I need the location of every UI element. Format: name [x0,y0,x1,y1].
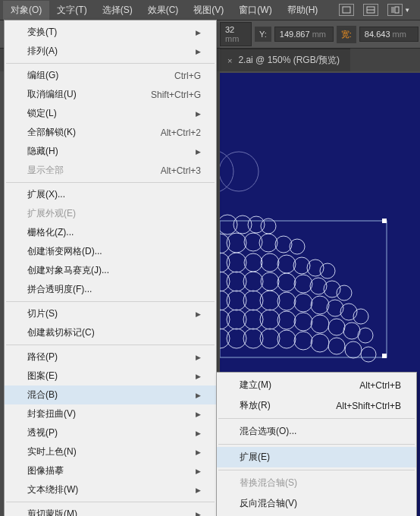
menubar-tools: ▼ [339,4,410,16]
tool-dropdown-icon[interactable]: ▼ [387,4,410,16]
menu-expand[interactable]: 扩展(X)... [5,185,216,204]
svg-point-11 [234,216,252,234]
submenu-make[interactable]: 建立(M)Alt+Ctrl+B [217,375,416,395]
svg-point-24 [277,255,296,273]
submenu-arrow-icon: ▶ [196,486,201,494]
svg-point-61 [277,330,296,348]
menu-select[interactable]: 选择(S) [95,1,140,20]
menu-image-trace[interactable]: 图像描摹▶ [5,461,216,480]
menu-unlock-all[interactable]: 全部解锁(K)Alt+Ctrl+2 [5,123,216,142]
menu-perspective[interactable]: 透视(P)▶ [5,423,216,442]
svg-point-20 [220,253,230,272]
menu-ungroup[interactable]: 取消编组(U)Shift+Ctrl+G [5,85,216,104]
svg-point-63 [311,334,329,352]
svg-point-41 [277,292,296,310]
svg-rect-9 [382,354,387,358]
submenu-arrow-icon: ▶ [196,373,201,380]
submenu-arrow-icon: ▶ [196,448,201,456]
submenu-arrow-icon: ▶ [196,29,201,36]
menu-live-paint[interactable]: 实时上色(N)▶ [5,442,216,461]
menu-text-wrap[interactable]: 文本绕排(W)▶ [5,480,216,499]
menu-crop-marks[interactable]: 创建裁切标记(C) [5,323,216,342]
submenu-blend-options[interactable]: 混合选项(O)... [217,421,416,442]
menu-pattern[interactable]: 图案(E)▶ [5,367,216,385]
menu-separator [6,301,215,302]
submenu-arrow-icon: ▶ [196,354,201,361]
y-label: Y: [255,27,271,42]
svg-point-64 [328,338,345,354]
svg-point-32 [277,273,296,291]
menu-blend[interactable]: 混合(B)▶ [5,385,216,404]
menu-effect[interactable]: 效果(C) [140,1,186,20]
menu-separator [6,63,215,64]
tab-title: 2.ai @ 150% (RGB/预览) [238,54,340,67]
svg-rect-8 [382,219,387,223]
menu-clipping-mask[interactable]: 剪切蒙版(M)▶ [5,505,216,516]
svg-point-56 [358,328,373,343]
svg-point-66 [361,347,376,362]
svg-point-6 [220,152,259,191]
svg-point-27 [320,263,335,278]
submenu-reverse-spine[interactable]: 反向混合轴(V) [217,493,416,514]
document-tab[interactable]: × 2.ai @ 150% (RGB/预览) [220,49,350,71]
submenu-arrow-icon: ▶ [196,48,201,55]
width-label: 宽: [337,26,356,43]
menu-separator [6,502,215,502]
menu-object[interactable]: 对象(O) [3,1,49,20]
submenu-arrow-icon: ▶ [196,110,201,118]
menu-object-mosaic[interactable]: 创建对象马赛克(J)... [5,261,216,280]
menu-separator [218,470,415,470]
menu-gradient-mesh[interactable]: 创建渐变网格(D)... [5,242,216,261]
menu-window[interactable]: 窗口(W) [231,1,279,20]
menu-view[interactable]: 视图(V) [186,1,231,20]
tool-icon-2[interactable] [363,4,378,16]
x-field[interactable]: 32 mm [220,22,252,46]
menu-separator [218,444,415,445]
submenu-arrow-icon: ▶ [196,310,201,318]
menu-path[interactable]: 路径(P)▶ [5,348,216,367]
svg-rect-0 [343,7,350,13]
svg-point-28 [220,272,230,291]
svg-point-42 [294,294,312,312]
menu-type[interactable]: 文字(T) [49,1,94,20]
submenu-expand[interactable]: 扩展(E) [217,447,416,467]
svg-point-23 [261,253,279,272]
svg-point-31 [261,272,279,291]
menubar: 对象(O) 文字(T) 选择(S) 效果(C) 视图(V) 窗口(W) 帮助(H… [0,0,420,20]
submenu-replace-spine: 替换混合轴(S) [217,473,416,493]
svg-point-62 [294,332,312,350]
svg-point-51 [277,311,296,329]
menu-rasterize[interactable]: 栅格化(Z)... [5,223,216,242]
svg-rect-3 [391,7,394,13]
blend-submenu: 建立(M)Alt+Ctrl+B 释放(R)Alt+Shift+Ctrl+B 混合… [216,372,417,516]
menu-flatten-transparency[interactable]: 拼合透明度(F)... [5,280,216,299]
tool-icon-1[interactable] [339,4,354,16]
menu-hide[interactable]: 隐藏(H)▶ [5,142,216,161]
menu-separator [6,345,215,345]
menu-transform[interactable]: 变换(T)▶ [5,23,216,42]
svg-rect-4 [395,7,399,13]
tab-close-icon[interactable]: × [227,56,232,65]
svg-point-65 [345,341,362,358]
menu-group[interactable]: 编组(G)Ctrl+G [5,66,216,85]
svg-point-53 [311,315,329,333]
svg-point-37 [220,291,230,310]
menu-expand-appearance: 扩展外观(E) [5,204,216,223]
submenu-release[interactable]: 释放(R)Alt+Shift+Ctrl+B [217,395,416,416]
svg-point-57 [220,329,230,348]
svg-point-36 [337,285,352,300]
y-field[interactable]: 149.867 mm [274,27,334,42]
menu-slice[interactable]: 切片(S)▶ [5,304,216,323]
menu-help[interactable]: 帮助(H) [280,1,326,20]
width-field[interactable]: 84.643 mm [359,27,418,42]
object-menu-dropdown: 变换(T)▶ 排列(A)▶ 编组(G)Ctrl+G 取消编组(U)Shift+C… [4,20,217,516]
menu-lock[interactable]: 锁定(L)▶ [5,104,216,123]
svg-point-14 [220,234,230,253]
svg-point-10 [220,215,237,234]
menu-arrange[interactable]: 排列(A)▶ [5,42,216,61]
svg-rect-7 [220,221,387,357]
svg-point-47 [220,310,230,329]
menu-show-all: 显示全部Alt+Ctrl+3 [5,161,216,180]
submenu-arrow-icon: ▶ [196,411,201,418]
menu-envelope[interactable]: 封套扭曲(V)▶ [5,404,216,423]
